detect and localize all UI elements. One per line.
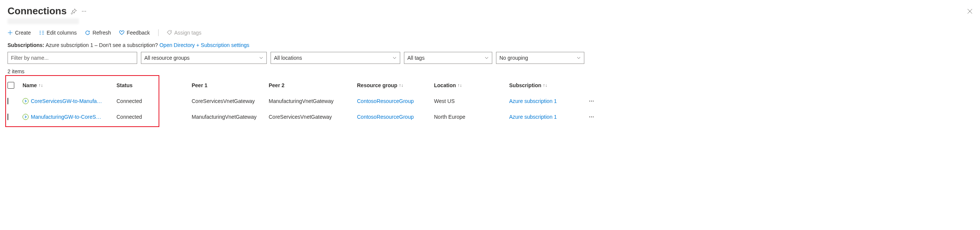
- sort-icon: ↑↓: [543, 83, 547, 88]
- create-label: Create: [15, 30, 31, 36]
- assign-tags-label: Assign tags: [174, 30, 201, 36]
- command-bar: Create Edit columns Refresh Feedback Ass…: [8, 29, 972, 36]
- page-title: Connections: [8, 5, 67, 17]
- edit-columns-button[interactable]: Edit columns: [39, 30, 76, 36]
- resource-groups-value: All resource groups: [144, 55, 190, 61]
- connection-icon: [22, 98, 29, 104]
- close-icon[interactable]: [967, 9, 972, 14]
- sort-icon: ↑↓: [38, 83, 43, 88]
- row-more-icon[interactable]: ⋯: [584, 98, 599, 104]
- connections-table: Name ↑↓ Status Peer 1 Peer 2 Resource gr…: [8, 77, 972, 125]
- pin-icon[interactable]: [71, 8, 77, 14]
- resource-groups-dropdown[interactable]: All resource groups: [141, 52, 267, 64]
- refresh-button[interactable]: Refresh: [85, 30, 111, 36]
- row-more-icon[interactable]: ⋯: [584, 114, 599, 120]
- location-cell: West US: [434, 98, 509, 104]
- plus-icon: [8, 30, 13, 35]
- feedback-label: Feedback: [127, 30, 150, 36]
- feedback-button[interactable]: Feedback: [119, 30, 150, 36]
- peer2-cell: ManufacturingVnetGateway: [269, 98, 357, 104]
- col-name[interactable]: Name ↑↓: [22, 82, 116, 88]
- status-cell: Connected: [116, 114, 192, 120]
- col-status[interactable]: Status: [116, 82, 192, 88]
- table-header: Name ↑↓ Status Peer 1 Peer 2 Resource gr…: [8, 77, 972, 93]
- connection-name-link[interactable]: CoreServicesGW-to-Manufa…: [31, 98, 102, 104]
- columns-icon: [39, 30, 45, 35]
- chevron-down-icon: [259, 56, 263, 60]
- subtitle-placeholder: [8, 18, 79, 24]
- subscriptions-line: Subscriptions: Azure subscription 1 – Do…: [8, 42, 972, 48]
- open-directory-link[interactable]: Open Directory + Subscription settings: [159, 42, 249, 48]
- chevron-down-icon: [576, 56, 581, 60]
- resource-group-link[interactable]: ContosoResourceGroup: [357, 98, 414, 104]
- heart-icon: [119, 30, 124, 35]
- tags-value: All tags: [407, 55, 425, 61]
- sort-icon: ↑↓: [457, 83, 462, 88]
- filter-row: All resource groups All locations All ta…: [8, 52, 972, 64]
- row-checkbox[interactable]: [8, 98, 8, 104]
- filter-name-input[interactable]: [8, 52, 137, 64]
- row-checkbox[interactable]: [8, 113, 8, 120]
- locations-dropdown[interactable]: All locations: [270, 52, 400, 64]
- more-icon[interactable]: ⋯: [81, 8, 86, 14]
- refresh-label: Refresh: [92, 30, 111, 36]
- peer2-cell: CoreServicesVnetGateway: [269, 114, 357, 120]
- grouping-value: No grouping: [500, 55, 528, 61]
- col-subscription[interactable]: Subscription ↑↓: [509, 82, 584, 88]
- table-row: CoreServicesGW-to-Manufa… Connected Core…: [8, 93, 972, 109]
- chevron-down-icon: [392, 56, 397, 60]
- select-all-checkbox[interactable]: [8, 82, 14, 89]
- subscriptions-label: Subscriptions:: [8, 42, 45, 48]
- toolbar-divider: [158, 29, 159, 36]
- status-cell: Connected: [116, 98, 192, 104]
- location-cell: North Europe: [434, 114, 509, 120]
- col-peer1[interactable]: Peer 1: [192, 82, 269, 88]
- peer1-cell: CoreServicesVnetGateway: [192, 98, 269, 104]
- subscription-link[interactable]: Azure subscription 1: [509, 98, 557, 104]
- peer1-cell: ManufacturingVnetGateway: [192, 114, 269, 120]
- create-button[interactable]: Create: [8, 30, 31, 36]
- tag-icon: [167, 30, 172, 35]
- resource-group-link[interactable]: ContosoResourceGroup: [357, 114, 414, 120]
- locations-value: All locations: [274, 55, 302, 61]
- sort-icon: ↑↓: [399, 83, 403, 88]
- subscription-link[interactable]: Azure subscription 1: [509, 114, 557, 120]
- col-resource-group[interactable]: Resource group ↑↓: [357, 82, 434, 88]
- connection-icon: [22, 114, 29, 120]
- col-peer2[interactable]: Peer 2: [269, 82, 357, 88]
- col-location[interactable]: Location ↑↓: [434, 82, 509, 88]
- refresh-icon: [85, 30, 90, 35]
- grouping-dropdown[interactable]: No grouping: [496, 52, 584, 64]
- edit-columns-label: Edit columns: [46, 30, 76, 36]
- subscriptions-text: Azure subscription 1 – Don't see a subsc…: [46, 42, 158, 48]
- table-row: ManufacturingGW-to-CoreS… Connected Manu…: [8, 109, 972, 125]
- tags-dropdown[interactable]: All tags: [404, 52, 492, 64]
- chevron-down-icon: [484, 56, 489, 60]
- item-count: 2 items: [8, 69, 972, 74]
- connection-name-link[interactable]: ManufacturingGW-to-CoreS…: [31, 114, 101, 120]
- assign-tags-button: Assign tags: [167, 30, 201, 36]
